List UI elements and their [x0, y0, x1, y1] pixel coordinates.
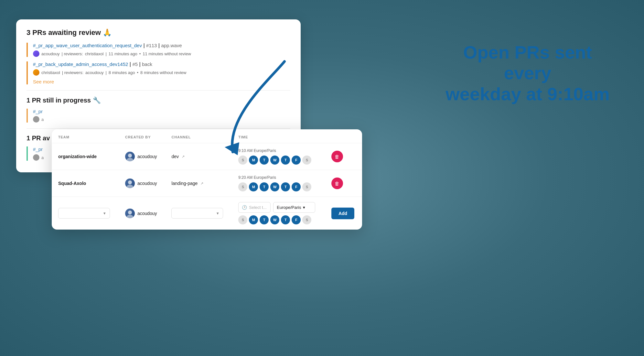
chevron-down-icon: ▾ — [103, 211, 106, 216]
cell-delete: 🗑 — [325, 143, 362, 170]
new-creator-cell: acoudouy — [125, 209, 159, 218]
svg-point-2 — [127, 158, 133, 161]
pr1-reviewers: christiaxol — [85, 51, 104, 56]
pr2-without-review: 8 minutes without review — [140, 70, 186, 75]
divider1 — [27, 90, 290, 91]
chevron-down-icon: ▾ — [217, 211, 219, 216]
day-circle[interactable]: T — [281, 182, 290, 191]
svg-point-1 — [128, 154, 132, 157]
day-circle[interactable]: T — [281, 156, 290, 165]
time-placeholder: Select t... — [249, 205, 266, 210]
col-actions — [325, 129, 362, 143]
schedule-card: TEAM CREATED BY CHANNEL TIME organizatio… — [52, 129, 362, 230]
day-circle[interactable]: W — [270, 182, 279, 191]
cell-time-new: 🕐 Select t... Europe/Paris ▾ SMTWTFS — [232, 197, 325, 230]
day-circle[interactable]: S — [302, 182, 311, 191]
cell-team: Squad-Axolo — [52, 170, 119, 197]
col-time: TIME — [232, 129, 325, 143]
pr2-author: christiaxol — [41, 70, 60, 75]
delete-button[interactable]: 🗑 — [331, 178, 343, 189]
pr1-separator: | — [143, 43, 146, 48]
day-circle[interactable]: S — [238, 215, 247, 224]
day-circle[interactable]: F — [292, 215, 301, 224]
pr2-dot: • — [137, 70, 138, 75]
creator-avatar — [125, 178, 135, 188]
pr3-link-partial: #_pr — [33, 109, 290, 114]
day-circle[interactable]: S — [238, 156, 247, 165]
time-select[interactable]: 🕐 Select t... — [238, 202, 271, 213]
team-select[interactable]: ▾ — [58, 208, 110, 219]
schedule-table: TEAM CREATED BY CHANNEL TIME organizatio… — [52, 129, 362, 230]
pr1-section: #_pr_app_wave_user_authentication_reques… — [27, 43, 290, 57]
day-circle[interactable]: F — [292, 182, 301, 191]
delete-button[interactable]: 🗑 — [331, 151, 343, 162]
trash-icon: 🗑 — [335, 154, 339, 159]
callout-line2: weekday at 9:10am — [445, 84, 609, 104]
cell-add: Add — [325, 197, 362, 230]
pr2-link[interactable]: #_pr_back_update_admin_access_dev1452 — [33, 61, 128, 67]
cell-creator: acoudouy — [119, 143, 165, 170]
pr2-meta: christiaxol | reviewers: acoudouy | 8 mi… — [33, 69, 290, 76]
svg-point-4 — [127, 185, 133, 188]
cell-creator: acoudouy — [119, 170, 165, 197]
time-input-row: 🕐 Select t... Europe/Paris ▾ — [238, 202, 318, 213]
pr1-meta: acoudouy | reviewers: christiaxol | 11 m… — [33, 50, 290, 57]
pr2-time-val: 8 minutes ago — [109, 70, 135, 75]
see-more-link[interactable]: See more — [33, 79, 290, 84]
external-link-icon: ↗ — [182, 155, 185, 159]
cell-channel-new: ▾ — [165, 197, 232, 230]
col-team: TEAM — [52, 129, 119, 143]
team-name: Squad-Axolo — [58, 181, 86, 186]
schedule-header: TEAM CREATED BY CHANNEL TIME — [52, 129, 362, 143]
day-circle[interactable]: M — [249, 215, 258, 224]
creator-cell: acoudouy — [125, 152, 159, 161]
pr4-author-partial: a — [41, 155, 44, 160]
day-circle[interactable]: T — [260, 156, 269, 165]
day-circle[interactable]: W — [270, 215, 279, 224]
day-circles: SMTWTFS — [238, 182, 318, 191]
day-circle[interactable]: M — [249, 182, 258, 191]
day-circles: SMTWTFS — [238, 156, 318, 165]
pr2-avatar — [33, 69, 39, 76]
day-circle[interactable]: M — [249, 156, 258, 165]
new-day-circles: SMTWTFS — [238, 215, 318, 224]
svg-point-5 — [128, 210, 132, 214]
pr2-reviewers-label: | reviewers: — [62, 70, 83, 75]
channel-select[interactable]: ▾ — [171, 208, 223, 219]
schedule-row: Squad-Axolo acoudouy landing-page ↗ 9:20… — [52, 170, 362, 197]
chevron-down-icon: ▾ — [303, 205, 305, 210]
day-circle[interactable]: S — [238, 182, 247, 191]
pr3-section: #_pr a — [27, 109, 290, 123]
day-circle[interactable]: T — [260, 182, 269, 191]
creator-name: acoudouy — [137, 181, 157, 186]
pr1-without-review: 11 minutes without review — [143, 51, 191, 56]
day-circle[interactable]: T — [281, 215, 290, 224]
pr2-link-row: #_pr_back_update_admin_access_dev1452 | … — [33, 61, 290, 67]
pr1-number: #113 — [146, 43, 157, 48]
pr2-repo: back — [142, 61, 152, 67]
pr2-reviewers: acoudouy — [85, 70, 103, 75]
creator-cell: acoudouy — [125, 178, 159, 188]
add-button[interactable]: Add — [331, 208, 354, 219]
cell-time: 9:10 AM Europe/Paris SMTWTFS — [232, 143, 325, 170]
day-circle[interactable]: W — [270, 156, 279, 165]
cell-team: organization-wide — [52, 143, 119, 170]
clock-icon: 🕐 — [242, 205, 247, 210]
cell-delete: 🗑 — [325, 170, 362, 197]
new-creator-name: acoudouy — [137, 211, 157, 216]
timezone-select[interactable]: Europe/Paris ▾ — [273, 202, 315, 213]
day-circle[interactable]: S — [302, 156, 311, 165]
pr2-separator2: | — [139, 61, 142, 67]
day-circle[interactable]: T — [260, 215, 269, 224]
day-circle[interactable]: S — [302, 215, 311, 224]
cell-channel: dev ↗ — [165, 143, 232, 170]
pr1-time-val: 11 minutes ago — [109, 51, 137, 56]
pr1-link[interactable]: #_pr_app_wave_user_authentication_reques… — [33, 43, 142, 48]
cell-team-new: ▾ — [52, 197, 119, 230]
cell-creator-new: acoudouy — [119, 197, 165, 230]
day-circle[interactable]: F — [292, 156, 301, 165]
pr1-dot: • — [139, 51, 141, 56]
avatar-icon — [125, 178, 135, 188]
pr2-section: #_pr_back_update_admin_access_dev1452 | … — [27, 61, 290, 84]
pr3-author-partial: a — [41, 117, 44, 122]
